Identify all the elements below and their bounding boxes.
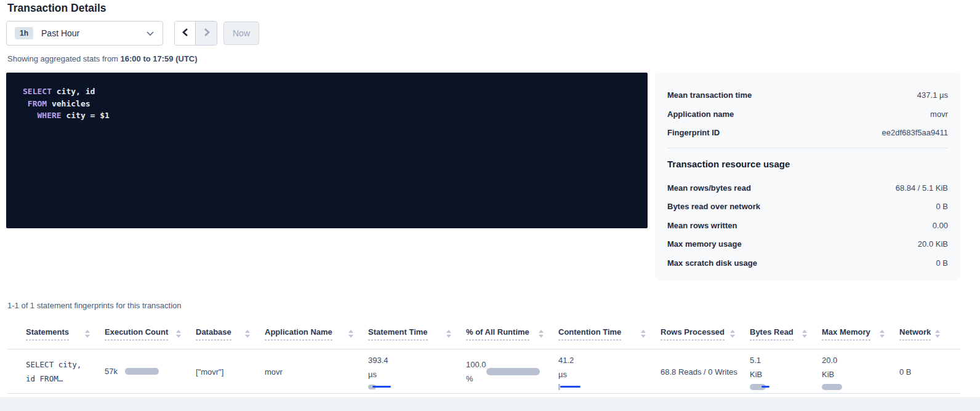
time-range-label: Past Hour — [41, 28, 79, 38]
runtime-pct-value: 100.0 — [466, 357, 486, 372]
subtitle-prefix: Showing aggregated stats from — [7, 54, 121, 63]
summary-value: movr — [930, 110, 948, 119]
max-memory-value: 20.0 — [822, 353, 888, 367]
column-header-runtime-pct[interactable]: % of All Runtime — [466, 327, 558, 340]
column-label: Bytes Read — [750, 327, 793, 340]
transaction-sql-box: SELECT city, id FROM vehicles WHERE city… — [6, 73, 648, 228]
sql-text: city = $1 — [62, 111, 110, 120]
previous-time-button[interactable] — [175, 22, 196, 45]
column-header-database[interactable]: Database — [196, 327, 265, 340]
column-header-rows-processed[interactable]: Rows Processed — [661, 327, 750, 340]
page-bottom-strip — [0, 397, 980, 411]
database-value: ["movr"] — [196, 367, 223, 377]
sort-icon[interactable] — [176, 330, 181, 338]
sort-icon[interactable] — [641, 330, 646, 338]
summary-label: Max memory usage — [667, 239, 742, 249]
resource-usage-heading: Transaction resource usage — [667, 159, 948, 169]
time-range-badge: 1h — [15, 27, 33, 39]
sort-icon[interactable] — [348, 330, 353, 338]
cell-max-memory: 20.0 KiB — [822, 353, 899, 390]
column-label: % of All Runtime — [466, 327, 529, 340]
sort-icon[interactable] — [539, 330, 544, 338]
subtitle-range: 16:00 to 17:59 (UTC) — [121, 54, 198, 63]
column-header-statement-time[interactable]: Statement Time — [368, 327, 466, 340]
summary-label: Mean rows/bytes read — [667, 183, 751, 193]
column-label: Max Memory — [822, 327, 870, 340]
sql-text: city, id — [52, 87, 95, 96]
sort-icon[interactable] — [85, 330, 90, 338]
summary-row: Mean rows/bytes read 68.84 / 5.1 KiB — [667, 183, 948, 202]
cell-rows-processed: 68.8 Reads / 0 Writes — [661, 366, 750, 377]
column-label: Network — [899, 327, 931, 340]
execution-count-value: 57k — [105, 367, 118, 376]
summary-row: Application name movr — [667, 110, 948, 129]
application-name-value: movr — [265, 367, 283, 377]
column-label: Rows Processed — [661, 327, 725, 340]
transaction-details-page: Transaction Details 1h Past Hour Now Sho — [0, 0, 980, 411]
runtime-pct-bar — [486, 368, 540, 375]
column-label: Application Name — [265, 327, 332, 340]
cell-database: ["movr"] — [196, 366, 265, 377]
sort-icon[interactable] — [446, 330, 451, 338]
summary-value: 0 B — [936, 202, 948, 211]
column-header-execution-count[interactable]: Execution Count — [105, 327, 196, 340]
chevron-down-icon — [146, 31, 155, 36]
summary-label: Mean transaction time — [667, 90, 752, 100]
summary-value: 0.00 — [933, 221, 948, 230]
statements-table: Statements Execution Count Database Appl… — [7, 319, 960, 394]
column-header-network[interactable]: Network — [899, 327, 955, 340]
summary-row: Fingerprint ID ee2df683f5aa9411 — [667, 128, 948, 147]
contention-time-value: 41.2 — [558, 353, 649, 367]
fingerprints-count-text: 1-1 of 1 statement fingerprints for this… — [7, 301, 182, 310]
chevron-left-icon — [182, 28, 188, 39]
column-label: Statements — [26, 327, 69, 340]
sort-icon[interactable] — [245, 330, 250, 338]
runtime-pct-unit: % — [466, 372, 486, 386]
summary-value: 68.84 / 5.1 KiB — [896, 183, 948, 193]
statement-time-bar — [368, 384, 455, 390]
summary-value: ee2df683f5aa9411 — [882, 128, 948, 137]
column-header-application-name[interactable]: Application Name — [265, 327, 368, 340]
next-time-button[interactable] — [196, 22, 217, 45]
sql-line: FROM vehicles — [23, 98, 648, 110]
summary-label: Max scratch disk usage — [667, 258, 757, 268]
statements-table-header: Statements Execution Count Database Appl… — [7, 319, 960, 349]
rows-processed-value: 68.8 Reads / 0 Writes — [661, 367, 737, 377]
aggregated-stats-range: Showing aggregated stats from 16:00 to 1… — [7, 54, 198, 63]
summary-row: Max memory usage 20.0 KiB — [667, 239, 948, 258]
chevron-right-icon — [203, 28, 210, 39]
sql-line: WHERE city = $1 — [23, 110, 648, 122]
time-range-dropdown[interactable]: 1h Past Hour — [6, 21, 163, 46]
sort-icon[interactable] — [880, 330, 885, 338]
sql-keyword: SELECT — [23, 87, 52, 96]
sort-icon[interactable] — [802, 330, 807, 338]
bytes-read-value: 5.1 — [750, 353, 811, 367]
column-header-statements[interactable]: Statements — [26, 327, 105, 340]
now-button[interactable]: Now — [223, 22, 259, 45]
column-label: Statement Time — [368, 327, 428, 340]
sql-line: SELECT city, id — [23, 86, 648, 98]
bytes-read-unit: KiB — [750, 367, 811, 381]
statement-link[interactable]: SELECT city,id FROM… — [26, 357, 94, 386]
cell-application-name: movr — [265, 366, 368, 377]
card-divider — [667, 148, 948, 148]
sort-icon[interactable] — [935, 330, 940, 338]
contention-time-unit: µs — [558, 367, 649, 381]
column-label: Contention Time — [558, 327, 621, 340]
column-label: Database — [196, 327, 231, 340]
time-controls: 1h Past Hour Now — [6, 21, 259, 46]
column-header-contention-time[interactable]: Contention Time — [558, 327, 661, 340]
sql-text: vehicles — [47, 99, 90, 108]
summary-label: Bytes read over network — [667, 202, 760, 211]
column-header-max-memory[interactable]: Max Memory — [822, 327, 899, 340]
summary-value: 20.0 KiB — [918, 239, 948, 249]
summary-row: Mean transaction time 437.1 µs — [667, 90, 948, 110]
statement-time-unit: µs — [368, 367, 455, 381]
bytes-read-bar — [750, 384, 811, 390]
statement-line: id FROM… — [26, 374, 63, 383]
contention-time-bar — [558, 384, 649, 390]
table-row: SELECT city,id FROM… 57k ["movr"] movr 3… — [7, 349, 960, 394]
column-header-bytes-read[interactable]: Bytes Read — [750, 327, 822, 340]
cell-statement: SELECT city,id FROM… — [26, 357, 105, 386]
sort-icon[interactable] — [730, 330, 735, 338]
